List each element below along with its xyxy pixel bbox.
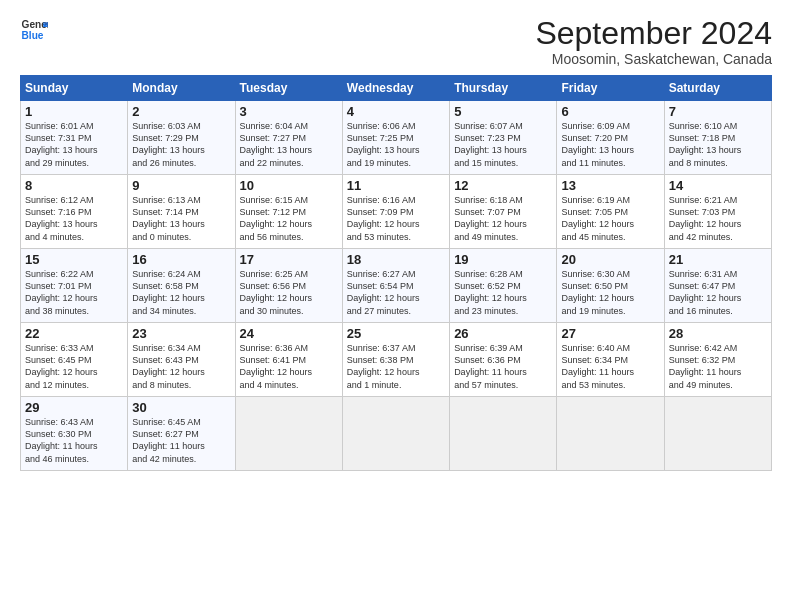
day-info: Sunrise: 6:12 AM Sunset: 7:16 PM Dayligh… — [25, 194, 123, 243]
calendar-cell: 30Sunrise: 6:45 AM Sunset: 6:27 PM Dayli… — [128, 397, 235, 471]
day-number: 26 — [454, 326, 552, 341]
week-row-1: 8Sunrise: 6:12 AM Sunset: 7:16 PM Daylig… — [21, 175, 772, 249]
day-number: 30 — [132, 400, 230, 415]
day-number: 16 — [132, 252, 230, 267]
logo: General Blue — [20, 16, 48, 44]
calendar-cell: 8Sunrise: 6:12 AM Sunset: 7:16 PM Daylig… — [21, 175, 128, 249]
calendar-cell: 18Sunrise: 6:27 AM Sunset: 6:54 PM Dayli… — [342, 249, 449, 323]
day-number: 8 — [25, 178, 123, 193]
week-row-4: 29Sunrise: 6:43 AM Sunset: 6:30 PM Dayli… — [21, 397, 772, 471]
day-info: Sunrise: 6:16 AM Sunset: 7:09 PM Dayligh… — [347, 194, 445, 243]
calendar-cell: 5Sunrise: 6:07 AM Sunset: 7:23 PM Daylig… — [450, 101, 557, 175]
calendar-cell: 17Sunrise: 6:25 AM Sunset: 6:56 PM Dayli… — [235, 249, 342, 323]
calendar-cell: 12Sunrise: 6:18 AM Sunset: 7:07 PM Dayli… — [450, 175, 557, 249]
day-info: Sunrise: 6:36 AM Sunset: 6:41 PM Dayligh… — [240, 342, 338, 391]
day-info: Sunrise: 6:28 AM Sunset: 6:52 PM Dayligh… — [454, 268, 552, 317]
day-number: 10 — [240, 178, 338, 193]
day-info: Sunrise: 6:24 AM Sunset: 6:58 PM Dayligh… — [132, 268, 230, 317]
calendar-cell: 14Sunrise: 6:21 AM Sunset: 7:03 PM Dayli… — [664, 175, 771, 249]
day-info: Sunrise: 6:09 AM Sunset: 7:20 PM Dayligh… — [561, 120, 659, 169]
day-info: Sunrise: 6:04 AM Sunset: 7:27 PM Dayligh… — [240, 120, 338, 169]
calendar-cell: 29Sunrise: 6:43 AM Sunset: 6:30 PM Dayli… — [21, 397, 128, 471]
calendar-cell — [450, 397, 557, 471]
day-number: 2 — [132, 104, 230, 119]
calendar-cell: 3Sunrise: 6:04 AM Sunset: 7:27 PM Daylig… — [235, 101, 342, 175]
week-row-3: 22Sunrise: 6:33 AM Sunset: 6:45 PM Dayli… — [21, 323, 772, 397]
week-row-2: 15Sunrise: 6:22 AM Sunset: 7:01 PM Dayli… — [21, 249, 772, 323]
day-info: Sunrise: 6:33 AM Sunset: 6:45 PM Dayligh… — [25, 342, 123, 391]
header-row: SundayMondayTuesdayWednesdayThursdayFrid… — [21, 76, 772, 101]
calendar-cell: 9Sunrise: 6:13 AM Sunset: 7:14 PM Daylig… — [128, 175, 235, 249]
location: Moosomin, Saskatchewan, Canada — [535, 51, 772, 67]
day-number: 27 — [561, 326, 659, 341]
calendar-cell: 20Sunrise: 6:30 AM Sunset: 6:50 PM Dayli… — [557, 249, 664, 323]
day-number: 21 — [669, 252, 767, 267]
col-header-thursday: Thursday — [450, 76, 557, 101]
day-number: 6 — [561, 104, 659, 119]
calendar-cell: 27Sunrise: 6:40 AM Sunset: 6:34 PM Dayli… — [557, 323, 664, 397]
col-header-friday: Friday — [557, 76, 664, 101]
calendar-cell: 4Sunrise: 6:06 AM Sunset: 7:25 PM Daylig… — [342, 101, 449, 175]
day-info: Sunrise: 6:22 AM Sunset: 7:01 PM Dayligh… — [25, 268, 123, 317]
day-number: 25 — [347, 326, 445, 341]
week-row-0: 1Sunrise: 6:01 AM Sunset: 7:31 PM Daylig… — [21, 101, 772, 175]
calendar-cell: 23Sunrise: 6:34 AM Sunset: 6:43 PM Dayli… — [128, 323, 235, 397]
calendar-cell: 10Sunrise: 6:15 AM Sunset: 7:12 PM Dayli… — [235, 175, 342, 249]
day-number: 12 — [454, 178, 552, 193]
day-info: Sunrise: 6:06 AM Sunset: 7:25 PM Dayligh… — [347, 120, 445, 169]
day-number: 24 — [240, 326, 338, 341]
day-number: 18 — [347, 252, 445, 267]
day-number: 15 — [25, 252, 123, 267]
day-number: 9 — [132, 178, 230, 193]
month-title: September 2024 — [535, 16, 772, 51]
calendar-cell: 13Sunrise: 6:19 AM Sunset: 7:05 PM Dayli… — [557, 175, 664, 249]
day-number: 17 — [240, 252, 338, 267]
calendar-cell: 22Sunrise: 6:33 AM Sunset: 6:45 PM Dayli… — [21, 323, 128, 397]
day-number: 3 — [240, 104, 338, 119]
col-header-tuesday: Tuesday — [235, 76, 342, 101]
calendar-cell — [664, 397, 771, 471]
day-info: Sunrise: 6:18 AM Sunset: 7:07 PM Dayligh… — [454, 194, 552, 243]
day-number: 14 — [669, 178, 767, 193]
calendar-cell — [235, 397, 342, 471]
col-header-saturday: Saturday — [664, 76, 771, 101]
calendar-cell: 19Sunrise: 6:28 AM Sunset: 6:52 PM Dayli… — [450, 249, 557, 323]
day-info: Sunrise: 6:01 AM Sunset: 7:31 PM Dayligh… — [25, 120, 123, 169]
calendar-cell: 11Sunrise: 6:16 AM Sunset: 7:09 PM Dayli… — [342, 175, 449, 249]
day-info: Sunrise: 6:37 AM Sunset: 6:38 PM Dayligh… — [347, 342, 445, 391]
col-header-monday: Monday — [128, 76, 235, 101]
day-number: 7 — [669, 104, 767, 119]
calendar-cell: 26Sunrise: 6:39 AM Sunset: 6:36 PM Dayli… — [450, 323, 557, 397]
day-info: Sunrise: 6:34 AM Sunset: 6:43 PM Dayligh… — [132, 342, 230, 391]
day-info: Sunrise: 6:15 AM Sunset: 7:12 PM Dayligh… — [240, 194, 338, 243]
day-info: Sunrise: 6:40 AM Sunset: 6:34 PM Dayligh… — [561, 342, 659, 391]
day-number: 19 — [454, 252, 552, 267]
calendar-page: General Blue September 2024 Moosomin, Sa… — [0, 0, 792, 612]
day-info: Sunrise: 6:03 AM Sunset: 7:29 PM Dayligh… — [132, 120, 230, 169]
svg-text:Blue: Blue — [22, 30, 44, 41]
col-header-sunday: Sunday — [21, 76, 128, 101]
calendar-cell: 28Sunrise: 6:42 AM Sunset: 6:32 PM Dayli… — [664, 323, 771, 397]
calendar-cell: 25Sunrise: 6:37 AM Sunset: 6:38 PM Dayli… — [342, 323, 449, 397]
calendar-cell: 16Sunrise: 6:24 AM Sunset: 6:58 PM Dayli… — [128, 249, 235, 323]
day-number: 23 — [132, 326, 230, 341]
day-number: 22 — [25, 326, 123, 341]
day-info: Sunrise: 6:10 AM Sunset: 7:18 PM Dayligh… — [669, 120, 767, 169]
day-info: Sunrise: 6:27 AM Sunset: 6:54 PM Dayligh… — [347, 268, 445, 317]
day-number: 20 — [561, 252, 659, 267]
calendar-cell: 2Sunrise: 6:03 AM Sunset: 7:29 PM Daylig… — [128, 101, 235, 175]
day-number: 1 — [25, 104, 123, 119]
calendar-cell: 6Sunrise: 6:09 AM Sunset: 7:20 PM Daylig… — [557, 101, 664, 175]
day-info: Sunrise: 6:13 AM Sunset: 7:14 PM Dayligh… — [132, 194, 230, 243]
day-info: Sunrise: 6:43 AM Sunset: 6:30 PM Dayligh… — [25, 416, 123, 465]
col-header-wednesday: Wednesday — [342, 76, 449, 101]
title-block: September 2024 Moosomin, Saskatchewan, C… — [535, 16, 772, 67]
day-number: 11 — [347, 178, 445, 193]
calendar-cell — [342, 397, 449, 471]
logo-icon: General Blue — [20, 16, 48, 44]
day-number: 4 — [347, 104, 445, 119]
day-info: Sunrise: 6:45 AM Sunset: 6:27 PM Dayligh… — [132, 416, 230, 465]
day-info: Sunrise: 6:25 AM Sunset: 6:56 PM Dayligh… — [240, 268, 338, 317]
calendar-cell: 15Sunrise: 6:22 AM Sunset: 7:01 PM Dayli… — [21, 249, 128, 323]
day-info: Sunrise: 6:19 AM Sunset: 7:05 PM Dayligh… — [561, 194, 659, 243]
